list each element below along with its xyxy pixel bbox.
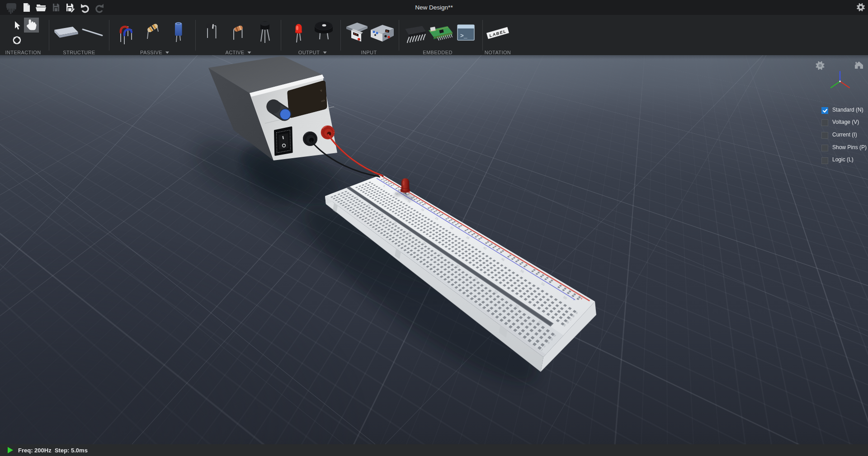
svg-text:–: – [573, 297, 576, 302]
